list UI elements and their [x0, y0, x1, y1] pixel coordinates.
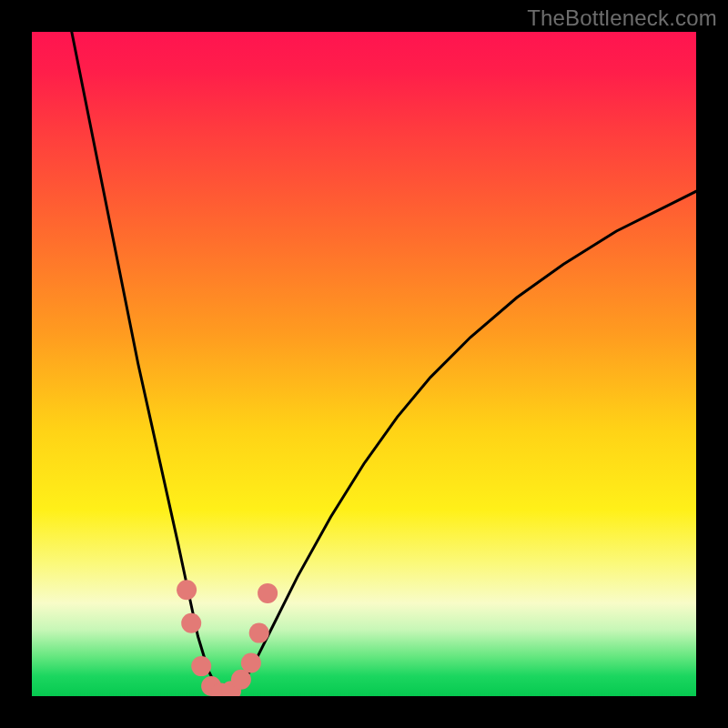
highlight-dots [177, 580, 278, 696]
highlight-dot [249, 623, 269, 643]
chart-frame: TheBottleneck.com [0, 0, 728, 728]
highlight-dot [191, 656, 211, 676]
highlight-dot [177, 580, 197, 600]
highlight-dot [181, 613, 201, 633]
highlight-dot [241, 653, 261, 673]
plot-area [32, 32, 696, 696]
highlight-dot [258, 583, 278, 603]
watermark-text: TheBottleneck.com [527, 5, 717, 31]
highlight-dot [231, 670, 251, 690]
curve-svg [32, 32, 696, 696]
bottleneck-curve [72, 32, 696, 696]
